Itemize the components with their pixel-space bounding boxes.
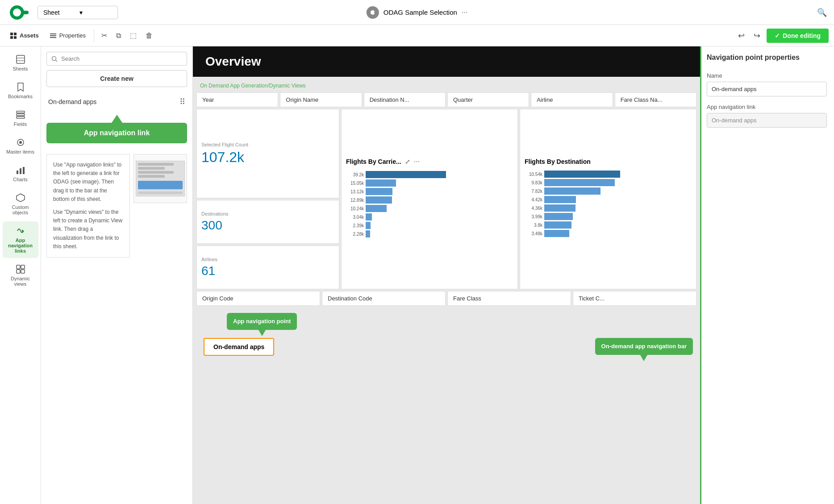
filter-airline[interactable]: Airline	[531, 92, 613, 107]
dynamic-views-icon	[16, 264, 25, 274]
svg-rect-27	[17, 270, 20, 273]
main-row: Selected Flight Count 107.2k Destination…	[196, 109, 696, 289]
instruction-section: Use "App navigation links" to the left t…	[46, 154, 187, 258]
delete-button[interactable]: 🗑	[142, 29, 156, 42]
sidebar-item-sheets[interactable]: Sheets	[3, 50, 38, 76]
sidebar-item-custom-objects[interactable]: Custom objects	[3, 188, 38, 220]
redo-button[interactable]: ↪	[751, 29, 763, 42]
overview-title: Overview	[205, 54, 261, 68]
bar-row: 2.28k	[348, 230, 511, 237]
flights-by-carrier-chart: 39.2k 15.05k 13.12k 12.89k	[346, 169, 513, 241]
filter-year[interactable]: Year	[196, 92, 278, 107]
filter-origin-name[interactable]: Origin Name	[280, 92, 362, 107]
done-check-icon: ✓	[775, 32, 780, 39]
sidebar-item-master-items[interactable]: Master items	[3, 133, 38, 159]
sheet-dropdown[interactable]: Sheet ▾	[38, 6, 118, 19]
filter-destination-n[interactable]: Destination N...	[364, 92, 446, 107]
svg-rect-28	[21, 270, 25, 273]
bar-row: 7.82k	[526, 187, 690, 195]
filter-destination-code[interactable]: Destination Code	[322, 291, 446, 306]
sidebar-item-charts[interactable]: Charts	[3, 161, 38, 187]
bar-row: 39.2k	[348, 171, 511, 178]
toolbar-left: Assets Properties ✂ ⧉ ⬚ 🗑	[5, 29, 156, 42]
app-nav-point-callout: App navigation point	[227, 313, 297, 330]
properties-button[interactable]: Properties	[45, 29, 90, 42]
breadcrumb-area: On Demand App Generation/Dynamic Views	[196, 80, 696, 92]
bottom-filter-row: Origin Code Destination Code Fare Class …	[196, 291, 696, 306]
assets-panel: Create new On-demand apps ⠿ App navigati…	[41, 46, 193, 504]
sidebar-item-app-nav-links[interactable]: App navigation links	[3, 221, 38, 258]
on-demand-nav-area: App navigation point On-demand apps	[200, 313, 297, 359]
svg-point-29	[52, 56, 56, 60]
flight-count-value: 107.2k	[201, 149, 334, 166]
search-input[interactable]	[61, 55, 182, 62]
airlines-value: 61	[201, 264, 334, 278]
nav-link-arrow	[112, 115, 122, 123]
airlines-label: Airlines	[201, 257, 334, 262]
assets-icon	[10, 32, 17, 39]
destinations-cell: Destinations 300	[196, 200, 339, 244]
right-panel: Navigation point properties Name App nav…	[700, 46, 834, 504]
bar-row: 12.89k	[348, 196, 511, 204]
paste-button[interactable]: ⬚	[126, 29, 140, 42]
on-demand-header: On-demand apps ⠿	[46, 93, 187, 110]
custom-objects-icon	[16, 193, 25, 203]
app-nav-links-icon	[16, 226, 25, 236]
on-demand-title: On-demand apps	[48, 98, 96, 105]
name-label: Name	[707, 72, 827, 79]
search-bar	[46, 52, 187, 66]
filter-fare-class[interactable]: Fare Class	[447, 291, 571, 306]
filter-origin-code[interactable]: Origin Code	[196, 291, 320, 306]
app-nav-link-container: App navigation link	[46, 123, 187, 149]
filter-quarter[interactable]: Quarter	[447, 92, 529, 107]
left-sidebar: Sheets Bookmarks Fields Master items Cha…	[0, 46, 41, 504]
bar-row: 13.12k	[348, 188, 511, 195]
undo-button[interactable]: ↩	[735, 29, 747, 42]
search-icon	[51, 56, 58, 62]
dropdown-chevron: ▾	[79, 9, 112, 16]
app-nav-link-label: App navigation link	[707, 104, 827, 110]
name-form-group: Name	[707, 72, 827, 96]
bar-row: 3.8k	[526, 221, 690, 229]
sheets-icon	[16, 54, 25, 64]
filter-fare-class-na[interactable]: Fare Class Na...	[615, 92, 696, 107]
svg-rect-12	[50, 37, 56, 38]
svg-rect-9	[14, 36, 17, 39]
cut-button[interactable]: ✂	[98, 29, 111, 42]
copy-button[interactable]: ⧉	[113, 29, 125, 42]
carrier-more-button[interactable]: ···	[414, 158, 420, 166]
fields-icon	[16, 110, 25, 120]
app-name: ODAG Sample Selection	[384, 8, 457, 16]
app-nav-link-form-group: App navigation link	[707, 104, 827, 128]
bar-row: 2.39k	[348, 222, 511, 229]
sidebar-item-bookmarks[interactable]: Bookmarks	[3, 78, 38, 104]
sidebar-item-fields[interactable]: Fields	[3, 105, 38, 131]
more-button[interactable]: ···	[462, 8, 467, 17]
bar-row: 9.83k	[526, 179, 690, 186]
name-input[interactable]	[707, 82, 827, 96]
filter-ticket-c[interactable]: Ticket C...	[573, 291, 696, 306]
on-demand-menu-button[interactable]: ⠿	[179, 97, 185, 107]
kpi-column: Selected Flight Count 107.2k Destination…	[196, 109, 339, 289]
svg-rect-25	[17, 265, 20, 269]
nav-point-callout-area: App navigation point	[227, 313, 297, 330]
app-nav-link-card[interactable]: App navigation link	[46, 123, 187, 143]
svg-rect-21	[17, 171, 18, 174]
flights-by-carrier-title: Flights By Carrie... ⤢ ···	[346, 158, 513, 166]
nav-bar-callout-area: On-demand app navigation bar	[595, 338, 693, 355]
done-editing-button[interactable]: ✓ Done editing	[767, 29, 829, 43]
sheet-canvas: On Demand App Generation/Dynamic Views Y…	[193, 77, 700, 504]
svg-rect-2	[21, 11, 29, 14]
expand-carrier-button[interactable]: ⤢	[405, 158, 410, 165]
on-demand-nav-bar[interactable]: On-demand apps	[204, 338, 274, 356]
properties-icon	[50, 32, 57, 39]
instruction-panel: Use "App navigation links" to the left t…	[46, 154, 130, 258]
search-icon[interactable]: 🔍	[817, 8, 827, 17]
sidebar-item-dynamic-views[interactable]: Dynamic views	[3, 260, 38, 291]
svg-rect-22	[20, 168, 21, 174]
svg-rect-5	[374, 12, 377, 13]
assets-button[interactable]: Assets	[5, 29, 43, 42]
create-new-button[interactable]: Create new	[46, 70, 187, 87]
breadcrumb[interactable]: On Demand App Generation/Dynamic Views	[200, 83, 306, 89]
destinations-airlines: Destinations 300 Airlines 61	[196, 200, 339, 289]
